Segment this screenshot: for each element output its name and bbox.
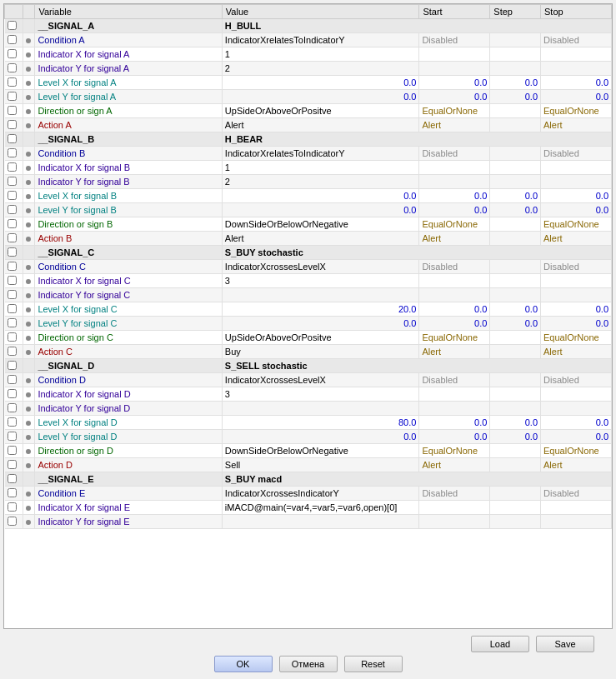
- row-checkbox[interactable]: [8, 92, 17, 101]
- dot-indicator: [26, 407, 31, 412]
- row-checkbox[interactable]: [8, 219, 17, 228]
- row-checkbox[interactable]: [8, 488, 17, 497]
- row-checkbox[interactable]: [8, 446, 17, 455]
- row-checkbox[interactable]: [8, 233, 17, 242]
- row-checkbox[interactable]: [8, 106, 17, 115]
- row-checkbox[interactable]: [8, 120, 17, 129]
- row-stop: EqualOrNone: [541, 217, 612, 232]
- row-checkbox-cell[interactable]: [5, 217, 23, 232]
- row-checkbox[interactable]: [8, 77, 17, 87]
- row-checkbox-cell[interactable]: [5, 260, 23, 274]
- row-checkbox[interactable]: [8, 304, 17, 313]
- row-checkbox-cell[interactable]: [5, 161, 23, 175]
- row-checkbox-cell[interactable]: [5, 373, 23, 387]
- row-checkbox[interactable]: [8, 63, 17, 72]
- load-button[interactable]: Load: [471, 636, 529, 652]
- row-checkbox[interactable]: [8, 332, 17, 342]
- row-checkbox-cell[interactable]: [5, 317, 23, 331]
- table-row: Indicator X for signal A1: [5, 47, 612, 62]
- row-checkbox-cell[interactable]: [5, 33, 23, 47]
- row-checkbox-cell[interactable]: [5, 189, 23, 203]
- row-checkbox-cell[interactable]: [5, 90, 23, 104]
- row-checkbox-cell[interactable]: [5, 47, 23, 62]
- row-value: 1: [222, 161, 419, 175]
- row-checkbox-cell[interactable]: [5, 76, 23, 90]
- ok-button[interactable]: OK: [214, 656, 273, 672]
- row-value: 3: [222, 387, 419, 402]
- row-checkbox-cell[interactable]: [5, 232, 23, 246]
- row-checkbox-cell[interactable]: [5, 246, 23, 260]
- row-checkbox-cell[interactable]: [5, 274, 23, 288]
- row-stop: 0.0: [541, 90, 612, 104]
- row-checkbox-cell[interactable]: [5, 19, 23, 33]
- row-checkbox[interactable]: [8, 276, 17, 285]
- row-checkbox-cell[interactable]: [5, 175, 23, 189]
- row-checkbox[interactable]: [8, 262, 17, 271]
- row-checkbox-cell[interactable]: [5, 515, 23, 529]
- row-checkbox-cell[interactable]: [5, 458, 23, 472]
- dot-indicator: [26, 208, 31, 213]
- row-checkbox[interactable]: [8, 318, 17, 327]
- row-checkbox[interactable]: [8, 403, 17, 412]
- row-checkbox-cell[interactable]: [5, 132, 23, 147]
- row-checkbox-cell[interactable]: [5, 288, 23, 302]
- row-checkbox[interactable]: [8, 162, 17, 172]
- row-checkbox[interactable]: [8, 49, 17, 58]
- reset-button[interactable]: Reset: [344, 656, 403, 672]
- row-checkbox-cell[interactable]: [5, 501, 23, 515]
- row-checkbox[interactable]: [8, 389, 17, 398]
- save-button[interactable]: Save: [536, 636, 594, 652]
- row-checkbox[interactable]: [8, 290, 17, 299]
- row-checkbox-cell[interactable]: [5, 331, 23, 345]
- row-checkbox-cell[interactable]: [5, 416, 23, 430]
- row-checkbox-cell[interactable]: [5, 359, 23, 373]
- row-checkbox[interactable]: [8, 177, 17, 186]
- row-dot-cell: [23, 402, 35, 416]
- row-checkbox-cell[interactable]: [5, 62, 23, 76]
- row-checkbox[interactable]: [8, 35, 17, 44]
- row-checkbox[interactable]: [8, 375, 17, 384]
- row-checkbox-cell[interactable]: [5, 147, 23, 161]
- row-variable: Indicator Y for signal D: [35, 402, 222, 416]
- row-checkbox-cell[interactable]: [5, 203, 23, 217]
- row-checkbox[interactable]: [8, 205, 17, 214]
- row-checkbox-cell[interactable]: [5, 472, 23, 487]
- table-row: Condition AIndicatorXrelatesToIndicatorY…: [5, 33, 612, 47]
- row-step: [490, 274, 541, 288]
- row-start: 0.0: [419, 317, 490, 331]
- row-checkbox-cell[interactable]: [5, 345, 23, 359]
- data-table-container[interactable]: Variable Value Start Step Stop __SIGNAL_…: [3, 3, 613, 629]
- cancel-button[interactable]: Отмена: [279, 656, 338, 672]
- row-stop: 0.0: [541, 430, 612, 444]
- row-start: [419, 515, 490, 529]
- row-checkbox[interactable]: [8, 474, 17, 483]
- row-checkbox-cell[interactable]: [5, 402, 23, 416]
- row-dot-cell: [23, 147, 35, 161]
- row-start: [419, 288, 490, 302]
- row-checkbox[interactable]: [8, 361, 17, 370]
- row-checkbox-cell[interactable]: [5, 104, 23, 118]
- row-checkbox-cell[interactable]: [5, 430, 23, 444]
- row-checkbox[interactable]: [8, 134, 17, 143]
- row-checkbox[interactable]: [8, 417, 17, 427]
- dot-indicator: [26, 307, 31, 312]
- row-checkbox-cell[interactable]: [5, 387, 23, 402]
- row-checkbox[interactable]: [8, 517, 17, 526]
- row-checkbox-cell[interactable]: [5, 444, 23, 458]
- row-checkbox[interactable]: [8, 502, 17, 512]
- row-stop: Disabled: [541, 373, 612, 387]
- row-checkbox[interactable]: [8, 247, 17, 257]
- row-checkbox-cell[interactable]: [5, 487, 23, 501]
- row-checkbox-cell[interactable]: [5, 118, 23, 132]
- row-checkbox-cell[interactable]: [5, 302, 23, 317]
- row-variable: Action D: [35, 458, 222, 472]
- row-checkbox[interactable]: [8, 347, 17, 356]
- table-row: Level X for signal B0.00.00.00.0: [5, 189, 612, 203]
- row-checkbox[interactable]: [8, 21, 17, 30]
- row-checkbox[interactable]: [8, 432, 17, 441]
- row-checkbox[interactable]: [8, 191, 17, 200]
- row-stop: 0.0: [541, 189, 612, 203]
- row-checkbox[interactable]: [8, 148, 17, 157]
- row-checkbox[interactable]: [8, 460, 17, 469]
- dot-indicator: [26, 293, 31, 298]
